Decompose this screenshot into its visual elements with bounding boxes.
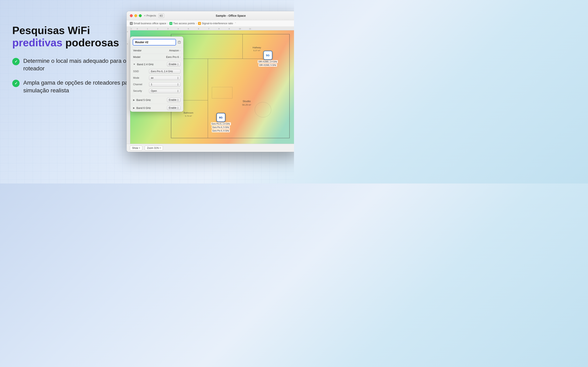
minimize-button[interactable] (134, 14, 137, 17)
show-button[interactable]: Show ▾ (130, 146, 142, 150)
dropdown-arrow-icon: ⌃ (234, 22, 236, 25)
mode-value[interactable]: ax ▲▼ (149, 76, 181, 80)
model-label: Model (133, 55, 166, 58)
breadcrumb-label-3: Signal-to-interference ratio (202, 22, 233, 25)
router-2-label-3: Eero Pro 6, 6 GHz (212, 129, 230, 132)
svg-text:Hallway: Hallway (252, 46, 261, 49)
vendor-arrow-icon: › (180, 49, 181, 52)
check-icon-1 (12, 58, 20, 65)
projects-nav-button[interactable]: < Projects (144, 14, 156, 17)
channel-select[interactable]: 1 ▲▼ (149, 82, 181, 87)
maximize-button[interactable] (139, 14, 142, 17)
router-2-label-2: Eero Pro 6, 5 GHz (212, 126, 230, 129)
ssid-label: SSID (133, 70, 147, 73)
config-header (130, 36, 183, 47)
feature-text-1: Determine o local mais adequado para o r… (23, 57, 139, 73)
router-config-panel: Vendor Amazon › Model Eero Pro 6 › (130, 36, 183, 112)
sidebar-toggle-button[interactable] (158, 13, 164, 18)
security-stepper: ▲▼ (177, 90, 179, 92)
band-24-toggle-icon[interactable]: ▼ (133, 63, 135, 66)
band-24-header: ▼ Band 2.4 GHz Enable ▲ ▼ (130, 60, 183, 68)
band-5-stepper: ▲▼ (177, 99, 179, 101)
breadcrumb-label-2: Two access points (173, 22, 195, 25)
svg-rect-0 (160, 15, 161, 17)
breadcrumb-sep-1: › (167, 22, 168, 25)
map-icon: ⊞ (169, 22, 172, 25)
security-row: Security Open ▲▼ (133, 88, 181, 94)
band-5-header: ▶ Band 5 GHz Enable ▲▼ (130, 96, 183, 104)
vendor-row[interactable]: Vendor Amazon › (130, 47, 183, 54)
router-name-input[interactable] (133, 39, 176, 45)
breadcrumb-item-1[interactable]: ⊞ Small business office space (130, 22, 166, 25)
show-label: Show (132, 147, 138, 150)
security-select[interactable]: Open ▲▼ (149, 89, 181, 93)
ssid-value[interactable] (149, 69, 181, 74)
mode-stepper: ▲▼ (177, 76, 179, 79)
headline-line1: Pesquisas WiFi (12, 25, 90, 36)
projects-nav-label: < Projects (144, 14, 156, 17)
band-5-enable-box: Enable ▲▼ (167, 98, 181, 102)
feature-text-2: Ampla gama de opções de roteadores para … (23, 79, 139, 94)
ruler-horizontal: -1 0 1 2 3 4 5 6 7 8 9 10 11 (127, 27, 294, 30)
band-6-enable-box: Enable ▲▼ (167, 106, 181, 110)
band-5-toggle-icon[interactable]: ▶ (133, 99, 135, 101)
band-24-enable-select[interactable]: Enable ▲ ▼ (167, 62, 181, 67)
ssid-row: SSID (133, 68, 181, 75)
floorplan-heatmap: Hallway 5.27 m² Studio 56.29 m² Bathroom… (130, 30, 294, 144)
mode-row: Mode ax ▲▼ (133, 75, 181, 81)
channel-stepper: ▲▼ (177, 83, 179, 86)
band-24-section: ▼ Band 2.4 GHz Enable ▲ ▼ (130, 60, 183, 96)
svg-rect-1 (161, 15, 163, 15)
svg-rect-15 (212, 87, 232, 99)
svg-rect-17 (178, 42, 181, 43)
traffic-lights (130, 14, 142, 17)
macos-window: < Projects Sample - Office Space ⊞ Small… (127, 11, 294, 152)
band-24-details: SSID Mode ax (130, 68, 183, 96)
headline-rest: poderosas (62, 37, 119, 49)
router-icon-6g: 6G (216, 113, 225, 122)
svg-rect-2 (161, 16, 163, 16)
breadcrumb-item-3[interactable]: ⊞ Signal-to-interference ratio ⌃ (198, 22, 236, 25)
channel-text: 1 (151, 83, 152, 86)
main-content: -1 0 1 2 3 4 5 6 7 8 9 10 11 0 9 (127, 27, 294, 152)
zoom-button[interactable]: Zoom 31% ▾ (145, 146, 163, 150)
band-6-section: ▶ Band 6 GHz Enable ▲▼ (130, 104, 183, 112)
vendor-value: Amazon › (169, 49, 181, 52)
band-5-title: Band 5 GHz (136, 99, 165, 101)
breadcrumb-label-1: Small business office space (134, 22, 166, 25)
band-6-toggle-icon[interactable]: ▶ (133, 107, 135, 109)
channel-value[interactable]: 1 ▲▼ (149, 82, 181, 87)
svg-rect-3 (161, 16, 163, 17)
model-text: Eero Pro 6 (166, 55, 179, 58)
model-row[interactable]: Model Eero Pro 6 › (130, 54, 183, 60)
svg-text:56.29 m²: 56.29 m² (242, 104, 251, 106)
router-1-label-1: DIR-X1560, 2.4 GHz (258, 60, 278, 63)
band-6-enable-select[interactable]: Enable ▲▼ (167, 106, 181, 110)
breadcrumb-bar: ⊞ Small business office space › ⊞ Two ac… (127, 20, 294, 27)
ssid-input[interactable] (149, 69, 181, 74)
delete-router-button[interactable] (178, 39, 181, 45)
router-pin-1[interactable]: 5G DIR-X1560, 2.4 GHz DIR-X1560, 5 GHz (258, 51, 278, 67)
breadcrumb-item-2[interactable]: ⊞ Two access points (169, 22, 195, 25)
svg-text:Studio: Studio (242, 100, 251, 103)
features-list: Determine o local mais adequado para o r… (12, 57, 139, 94)
router-1-label-2: DIR-X1560, 5 GHz (259, 64, 277, 67)
headline-highlight: preditivas (12, 37, 62, 49)
router-pin-2[interactable]: 6G Eero Pro 6, 2.4 GHz Eero Pro 6, 5 GHz… (211, 113, 231, 132)
band-6-enable-label: Enable (169, 106, 176, 109)
close-button[interactable] (130, 14, 133, 17)
band-5-section: ▶ Band 5 GHz Enable ▲▼ (130, 96, 183, 104)
router-icon-5g: 5G (263, 51, 272, 60)
mode-select[interactable]: ax ▲▼ (149, 76, 181, 80)
security-text: Open (151, 90, 157, 92)
band-6-title: Band 6 GHz (136, 106, 165, 109)
zoom-chevron-icon: ▾ (160, 147, 161, 149)
band-5-enable-select[interactable]: Enable ▲▼ (167, 98, 181, 102)
house-icon: ⊞ (130, 22, 133, 25)
svg-point-16 (255, 102, 271, 117)
check-icon-2 (12, 80, 20, 87)
model-arrow-icon: › (180, 56, 181, 58)
router-2-label-1: Eero Pro 6, 2.4 GHz (211, 122, 231, 125)
security-value[interactable]: Open ▲▼ (149, 89, 181, 93)
feature-item-2: Ampla gama de opções de roteadores para … (12, 79, 139, 94)
